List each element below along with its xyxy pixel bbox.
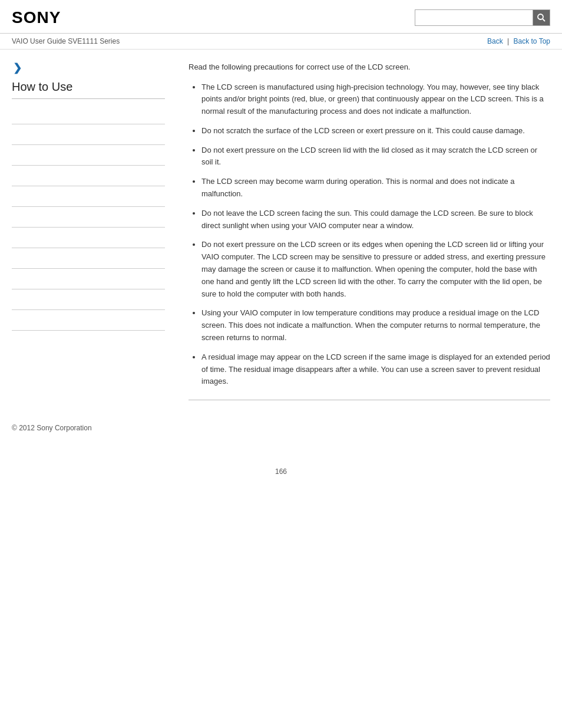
nav-links: Back | Back to Top <box>487 37 550 45</box>
search-area <box>415 9 550 26</box>
sidebar-item[interactable] <box>12 207 165 228</box>
copyright-text: © 2012 Sony Corporation <box>12 424 92 432</box>
page-number: 166 <box>0 467 562 487</box>
page-header: SONY <box>0 0 562 34</box>
sidebar-item[interactable] <box>12 166 165 186</box>
page-footer: © 2012 Sony Corporation <box>0 412 562 444</box>
sidebar-item[interactable] <box>12 124 165 145</box>
sidebar-item[interactable] <box>12 104 165 124</box>
bullet-item-2: Do not scratch the surface of the LCD sc… <box>201 125 550 137</box>
sidebar-item[interactable] <box>12 228 165 248</box>
sidebar-item[interactable] <box>12 248 165 269</box>
bullet-item-3: Do not exert pressure on the LCD screen … <box>201 144 550 169</box>
content-divider <box>189 400 550 400</box>
sidebar: ❯ How to Use <box>12 61 177 400</box>
sidebar-item[interactable] <box>12 269 165 289</box>
sidebar-title: How to Use <box>12 80 165 99</box>
search-button[interactable] <box>533 9 550 26</box>
search-input[interactable] <box>415 9 533 26</box>
back-to-top-link[interactable]: Back to Top <box>514 37 550 45</box>
bullet-item-5: Do not leave the LCD screen facing the s… <box>201 207 550 232</box>
content-intro: Read the following precautions for corre… <box>189 61 550 73</box>
svg-point-0 <box>538 14 543 19</box>
article-content: Read the following precautions for corre… <box>177 61 550 400</box>
back-link[interactable]: Back <box>487 37 503 45</box>
search-icon <box>537 13 546 22</box>
content-bullets: The LCD screen is manufactured using hig… <box>189 81 550 388</box>
sidebar-item[interactable] <box>12 310 165 331</box>
bullet-item-6: Do not exert pressure on the LCD screen … <box>201 239 550 300</box>
sidebar-item[interactable] <box>12 145 165 166</box>
sony-logo: SONY <box>12 8 61 27</box>
bullet-item-4: The LCD screen may become warm during op… <box>201 176 550 200</box>
sidebar-chevron: ❯ <box>13 61 165 74</box>
sidebar-item[interactable] <box>12 289 165 310</box>
nav-separator: | <box>507 37 509 45</box>
bullet-item-7: Using your VAIO computer in low temperat… <box>201 307 550 344</box>
sidebar-item[interactable] <box>12 186 165 207</box>
guide-title: VAIO User Guide SVE1111 Series <box>12 37 120 45</box>
main-content: ❯ How to Use Read the following precauti… <box>0 50 562 412</box>
nav-bar: VAIO User Guide SVE1111 Series Back | Ba… <box>0 34 562 50</box>
bullet-item-8: A residual image may appear on the LCD s… <box>201 351 550 388</box>
bullet-item-1: The LCD screen is manufactured using hig… <box>201 81 550 118</box>
svg-line-1 <box>543 19 545 21</box>
sidebar-items-list <box>12 104 165 331</box>
